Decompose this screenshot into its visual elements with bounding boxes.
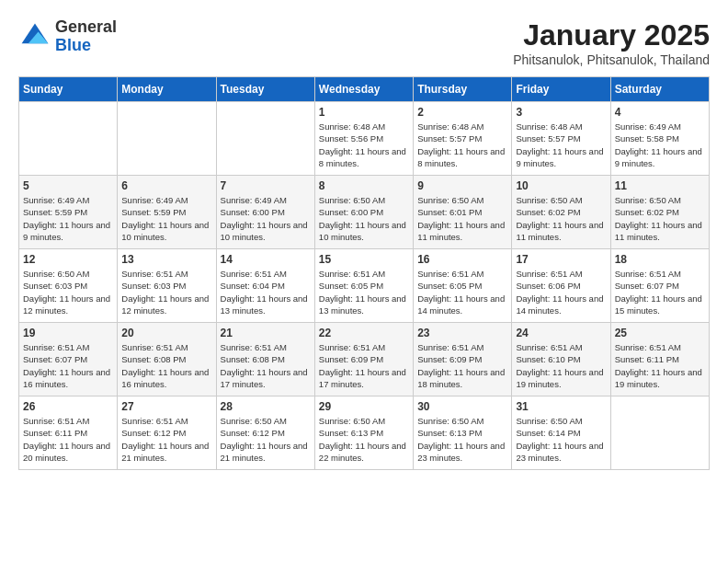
day-number: 12	[23, 253, 113, 266]
day-detail: Sunrise: 6:51 AMSunset: 6:11 PMDaylight:…	[23, 415, 113, 464]
calendar-cell: 14Sunrise: 6:51 AMSunset: 6:04 PMDayligh…	[216, 249, 314, 323]
day-number: 30	[417, 400, 507, 413]
calendar-cell: 7Sunrise: 6:49 AMSunset: 6:00 PMDaylight…	[216, 176, 314, 249]
calendar-cell: 31Sunrise: 6:50 AMSunset: 6:14 PMDayligh…	[512, 396, 610, 470]
day-detail: Sunrise: 6:51 AMSunset: 6:08 PMDaylight:…	[221, 341, 311, 390]
calendar-cell: 26Sunrise: 6:51 AMSunset: 6:11 PMDayligh…	[19, 396, 118, 470]
calendar-cell: 19Sunrise: 6:51 AMSunset: 6:07 PMDayligh…	[19, 323, 118, 396]
calendar-cell: 25Sunrise: 6:51 AMSunset: 6:11 PMDayligh…	[610, 323, 709, 396]
day-detail: Sunrise: 6:50 AMSunset: 6:12 PMDaylight:…	[221, 415, 311, 464]
day-detail: Sunrise: 6:48 AMSunset: 5:56 PMDaylight:…	[319, 121, 409, 169]
day-number: 18	[615, 253, 705, 266]
day-number: 16	[417, 253, 507, 266]
day-detail: Sunrise: 6:50 AMSunset: 6:03 PMDaylight:…	[23, 268, 113, 316]
calendar-cell: 10Sunrise: 6:50 AMSunset: 6:02 PMDayligh…	[512, 176, 610, 249]
calendar-cell: 12Sunrise: 6:50 AMSunset: 6:03 PMDayligh…	[19, 249, 118, 323]
day-detail: Sunrise: 6:50 AMSunset: 6:13 PMDaylight:…	[319, 415, 409, 464]
day-detail: Sunrise: 6:51 AMSunset: 6:05 PMDaylight:…	[417, 268, 507, 316]
calendar-cell: 27Sunrise: 6:51 AMSunset: 6:12 PMDayligh…	[118, 396, 216, 470]
day-detail: Sunrise: 6:50 AMSunset: 6:02 PMDaylight:…	[516, 194, 606, 243]
day-number: 10	[516, 179, 606, 192]
day-detail: Sunrise: 6:49 AMSunset: 5:59 PMDaylight:…	[121, 194, 211, 243]
day-number: 24	[516, 327, 606, 339]
week-row-2: 5Sunrise: 6:49 AMSunset: 5:59 PMDaylight…	[19, 176, 710, 249]
day-number: 17	[516, 253, 606, 266]
logo-text: General Blue	[55, 18, 117, 55]
day-number: 9	[417, 179, 507, 192]
calendar-cell: 30Sunrise: 6:50 AMSunset: 6:13 PMDayligh…	[414, 396, 512, 470]
calendar-cell	[610, 396, 709, 470]
calendar-cell: 20Sunrise: 6:51 AMSunset: 6:08 PMDayligh…	[118, 323, 216, 396]
day-number: 5	[23, 179, 113, 192]
calendar-cell: 4Sunrise: 6:49 AMSunset: 5:58 PMDaylight…	[610, 102, 709, 176]
calendar-table: SundayMondayTuesdayWednesdayThursdayFrid…	[18, 76, 710, 470]
day-detail: Sunrise: 6:51 AMSunset: 6:09 PMDaylight:…	[417, 341, 507, 390]
day-number: 7	[221, 179, 311, 192]
day-number: 25	[615, 327, 705, 339]
weekday-tuesday: Tuesday	[216, 77, 314, 102]
calendar-cell: 16Sunrise: 6:51 AMSunset: 6:05 PMDayligh…	[414, 249, 512, 323]
day-detail: Sunrise: 6:50 AMSunset: 6:01 PMDaylight:…	[417, 194, 507, 243]
day-detail: Sunrise: 6:51 AMSunset: 6:09 PMDaylight:…	[319, 341, 409, 390]
page-header: General Blue January 2025 Phitsanulok, P…	[18, 18, 710, 67]
day-number: 3	[516, 106, 606, 119]
day-detail: Sunrise: 6:51 AMSunset: 6:08 PMDaylight:…	[121, 341, 211, 390]
day-detail: Sunrise: 6:49 AMSunset: 6:00 PMDaylight:…	[221, 194, 311, 243]
week-row-5: 26Sunrise: 6:51 AMSunset: 6:11 PMDayligh…	[19, 396, 710, 470]
weekday-thursday: Thursday	[414, 77, 512, 102]
day-number: 6	[121, 179, 211, 192]
day-detail: Sunrise: 6:50 AMSunset: 6:14 PMDaylight:…	[516, 415, 606, 464]
day-number: 14	[221, 253, 311, 266]
day-detail: Sunrise: 6:50 AMSunset: 6:02 PMDaylight:…	[615, 194, 705, 243]
day-detail: Sunrise: 6:51 AMSunset: 6:10 PMDaylight:…	[516, 341, 606, 390]
calendar-cell	[19, 102, 118, 176]
weekday-sunday: Sunday	[19, 77, 118, 102]
logo-icon	[18, 20, 51, 53]
calendar-subtitle: Phitsanulok, Phitsanulok, Thailand	[513, 52, 710, 67]
day-detail: Sunrise: 6:51 AMSunset: 6:07 PMDaylight:…	[615, 268, 705, 316]
day-detail: Sunrise: 6:51 AMSunset: 6:07 PMDaylight:…	[23, 341, 113, 390]
calendar-cell: 2Sunrise: 6:48 AMSunset: 5:57 PMDaylight…	[414, 102, 512, 176]
day-detail: Sunrise: 6:48 AMSunset: 5:57 PMDaylight:…	[516, 121, 606, 169]
day-number: 27	[121, 400, 211, 413]
week-row-4: 19Sunrise: 6:51 AMSunset: 6:07 PMDayligh…	[19, 323, 710, 396]
calendar-cell: 9Sunrise: 6:50 AMSunset: 6:01 PMDaylight…	[414, 176, 512, 249]
weekday-wednesday: Wednesday	[314, 77, 413, 102]
calendar-cell: 23Sunrise: 6:51 AMSunset: 6:09 PMDayligh…	[414, 323, 512, 396]
calendar-cell: 17Sunrise: 6:51 AMSunset: 6:06 PMDayligh…	[512, 249, 610, 323]
day-number: 22	[319, 327, 409, 339]
calendar-cell: 5Sunrise: 6:49 AMSunset: 5:59 PMDaylight…	[19, 176, 118, 249]
day-number: 29	[319, 400, 409, 413]
calendar-cell: 21Sunrise: 6:51 AMSunset: 6:08 PMDayligh…	[216, 323, 314, 396]
day-number: 1	[319, 106, 409, 119]
weekday-header-row: SundayMondayTuesdayWednesdayThursdayFrid…	[19, 77, 710, 102]
calendar-cell	[118, 102, 216, 176]
calendar-cell: 8Sunrise: 6:50 AMSunset: 6:00 PMDaylight…	[314, 176, 413, 249]
day-number: 8	[319, 179, 409, 192]
day-number: 13	[121, 253, 211, 266]
calendar-cell: 1Sunrise: 6:48 AMSunset: 5:56 PMDaylight…	[314, 102, 413, 176]
week-row-3: 12Sunrise: 6:50 AMSunset: 6:03 PMDayligh…	[19, 249, 710, 323]
calendar-cell: 29Sunrise: 6:50 AMSunset: 6:13 PMDayligh…	[314, 396, 413, 470]
day-number: 19	[23, 327, 113, 339]
day-detail: Sunrise: 6:51 AMSunset: 6:06 PMDaylight:…	[516, 268, 606, 316]
day-detail: Sunrise: 6:48 AMSunset: 5:57 PMDaylight:…	[417, 121, 507, 169]
day-number: 21	[221, 327, 311, 339]
day-number: 20	[121, 327, 211, 339]
weekday-saturday: Saturday	[610, 77, 709, 102]
day-detail: Sunrise: 6:49 AMSunset: 5:59 PMDaylight:…	[23, 194, 113, 243]
day-detail: Sunrise: 6:50 AMSunset: 6:13 PMDaylight:…	[417, 415, 507, 464]
day-detail: Sunrise: 6:51 AMSunset: 6:12 PMDaylight:…	[121, 415, 211, 464]
weekday-monday: Monday	[118, 77, 216, 102]
calendar-title: January 2025	[513, 18, 710, 52]
calendar-cell: 24Sunrise: 6:51 AMSunset: 6:10 PMDayligh…	[512, 323, 610, 396]
title-block: January 2025 Phitsanulok, Phitsanulok, T…	[513, 18, 710, 67]
day-detail: Sunrise: 6:51 AMSunset: 6:03 PMDaylight:…	[121, 268, 211, 316]
day-number: 26	[23, 400, 113, 413]
week-row-1: 1Sunrise: 6:48 AMSunset: 5:56 PMDaylight…	[19, 102, 710, 176]
calendar-cell: 15Sunrise: 6:51 AMSunset: 6:05 PMDayligh…	[314, 249, 413, 323]
calendar-cell: 22Sunrise: 6:51 AMSunset: 6:09 PMDayligh…	[314, 323, 413, 396]
calendar-cell: 28Sunrise: 6:50 AMSunset: 6:12 PMDayligh…	[216, 396, 314, 470]
day-detail: Sunrise: 6:51 AMSunset: 6:05 PMDaylight:…	[319, 268, 409, 316]
day-detail: Sunrise: 6:51 AMSunset: 6:04 PMDaylight:…	[221, 268, 311, 316]
